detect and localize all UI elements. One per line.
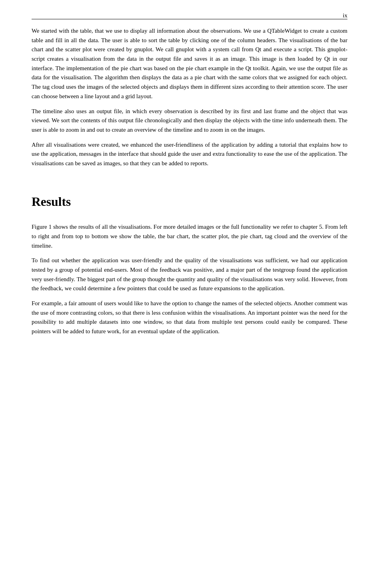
results-heading: Results — [32, 192, 347, 212]
results-paragraph-2: To find out whether the application was … — [32, 256, 347, 293]
page: ix We started with the table, that we us… — [0, 0, 379, 588]
paragraph-3: After all visualisations were created, w… — [32, 140, 347, 168]
results-paragraph-1: Figure 1 shows the results of all the vi… — [32, 222, 347, 250]
paragraph-1: We started with the table, that we use t… — [32, 26, 347, 101]
page-number: ix — [343, 11, 347, 20]
paragraph-2: The timeline also uses an output file, i… — [32, 107, 347, 135]
results-paragraph-3: For example, a fair amount of users woul… — [32, 299, 347, 336]
top-rule — [32, 19, 347, 19]
